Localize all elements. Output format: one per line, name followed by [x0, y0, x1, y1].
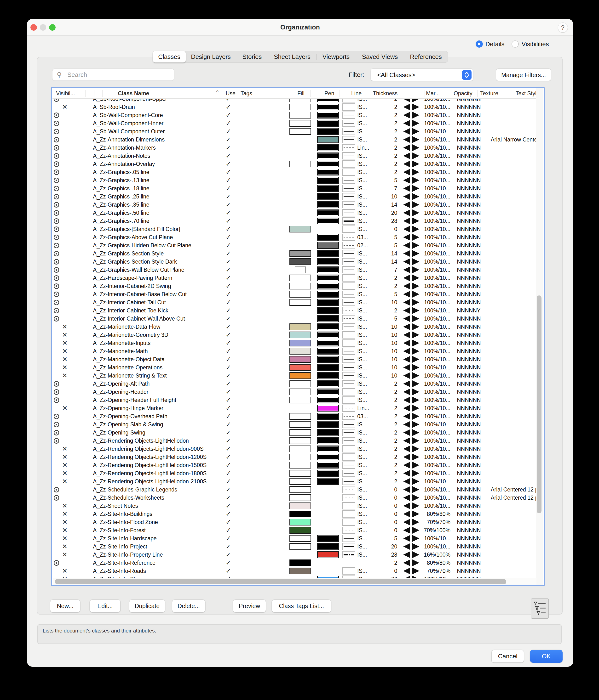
marker-left-arrow-icon[interactable] [403, 201, 410, 208]
class-tags-list-button[interactable]: Class Tags List... [272, 599, 331, 612]
table-row[interactable]: A_Sb-Wall-Component-Inner✓IS...2100%/10.… [53, 119, 536, 127]
marker-left-arrow-icon[interactable] [403, 234, 410, 241]
visibility-eye-icon[interactable] [54, 193, 61, 201]
fill-swatch[interactable] [289, 543, 311, 550]
pen-swatch[interactable] [317, 364, 339, 371]
header-class-name[interactable]: Class Name [118, 88, 149, 99]
header-line[interactable]: Line [343, 88, 370, 99]
visibility-hidden-icon[interactable]: ✕ [62, 331, 69, 339]
fill-swatch[interactable] [289, 275, 311, 281]
line-style-swatch[interactable] [342, 291, 355, 298]
visibility-eye-icon[interactable] [54, 217, 61, 225]
fill-swatch[interactable] [289, 389, 311, 395]
use-checkbox[interactable]: ✓ [223, 290, 233, 298]
use-checkbox[interactable]: ✓ [223, 461, 233, 469]
visibilities-radio-label[interactable]: Visibilities [522, 40, 549, 48]
marker-left-arrow-icon[interactable] [403, 136, 410, 143]
fill-pattern-swatch[interactable] [295, 267, 306, 273]
line-style-swatch[interactable] [342, 323, 355, 330]
table-row[interactable]: A_Zz-Graphics-.05 line✓IS...2100%/10...N… [53, 168, 536, 176]
use-checkbox[interactable]: ✓ [223, 266, 233, 274]
line-style-swatch[interactable] [342, 185, 355, 192]
marker-left-arrow-icon[interactable] [403, 218, 410, 224]
table-row[interactable]: A_Zz-Schedules-Worksheets✓IS...0100%/10.… [53, 494, 536, 502]
marker-left-arrow-icon[interactable] [403, 275, 410, 281]
use-checkbox[interactable]: ✓ [223, 274, 233, 282]
use-checkbox[interactable]: ✓ [223, 477, 233, 485]
line-style-swatch[interactable] [342, 380, 355, 388]
use-checkbox[interactable]: ✓ [223, 217, 233, 225]
line-style-swatch[interactable] [342, 453, 355, 460]
table-row[interactable]: A_Zz-Site-Info-Reference✓280%/80%NNNNNN [53, 559, 536, 567]
use-checkbox[interactable]: ✓ [223, 428, 233, 437]
use-checkbox[interactable]: ✓ [223, 388, 233, 396]
pen-swatch[interactable] [317, 144, 339, 151]
pen-swatch[interactable] [317, 185, 339, 192]
visibility-eye-icon[interactable] [54, 135, 61, 144]
pen-swatch[interactable] [317, 242, 339, 249]
pen-swatch[interactable] [317, 397, 339, 403]
use-checkbox[interactable]: ✓ [223, 168, 233, 176]
header-texture[interactable]: Texture [480, 88, 498, 99]
visibility-hidden-icon[interactable]: ✕ [62, 355, 69, 364]
visibility-hidden-icon[interactable]: ✕ [62, 445, 69, 453]
fill-swatch[interactable] [289, 283, 311, 290]
vertical-scrollbar-thumb[interactable] [537, 295, 542, 513]
table-row[interactable]: A_Zz-Annotation-Overlay✓IS...2100%/10...… [53, 160, 536, 168]
visibility-eye-icon[interactable] [54, 99, 61, 103]
marker-left-arrow-icon[interactable] [403, 405, 410, 411]
use-checkbox[interactable]: ✓ [223, 567, 233, 575]
line-style-swatch[interactable] [342, 266, 355, 273]
class-filter-icon-button[interactable] [531, 599, 549, 619]
table-row[interactable]: A_Zz-Hardscape-Paving Pattern✓IS...2100%… [53, 274, 536, 282]
table-row[interactable]: A_Zz-Graphics-.35 line✓IS...14100%/10...… [53, 201, 536, 209]
visibility-eye-icon[interactable] [54, 266, 61, 274]
marker-left-arrow-icon[interactable] [403, 299, 410, 306]
line-style-swatch[interactable] [342, 445, 355, 452]
fill-swatch[interactable] [289, 99, 311, 102]
use-checkbox[interactable]: ✓ [223, 543, 233, 551]
table-row[interactable]: A_Zz-Graphics-Above Cut Plane✓03...5100%… [53, 233, 536, 241]
marker-left-arrow-icon[interactable] [403, 397, 410, 403]
marker-left-arrow-icon[interactable] [403, 160, 410, 167]
table-row[interactable]: A_Zz-Graphics-.70 line✓IS...28100%/10...… [53, 217, 536, 225]
marker-left-arrow-icon[interactable] [403, 242, 410, 249]
table-row[interactable]: ✕A_Zz-Marionette-Inputs✓IS...10100%/10..… [53, 339, 536, 347]
marker-left-arrow-icon[interactable] [403, 307, 410, 314]
table-row[interactable]: A_Zz-Opening-Overhead Path✓03...2100%/10… [53, 412, 536, 420]
pen-swatch[interactable] [317, 307, 339, 314]
use-checkbox[interactable]: ✓ [223, 323, 233, 331]
pen-swatch[interactable] [317, 99, 339, 102]
pen-swatch[interactable] [317, 478, 339, 485]
use-checkbox[interactable]: ✓ [223, 257, 233, 266]
table-row[interactable]: A_Zz-Graphics-.25 line✓IS...10100%/10...… [53, 193, 536, 201]
marker-left-arrow-icon[interactable] [403, 494, 410, 501]
marker-left-arrow-icon[interactable] [403, 519, 410, 525]
visibility-eye-icon[interactable] [54, 437, 61, 445]
pen-swatch[interactable] [317, 250, 339, 257]
line-style-swatch[interactable] [342, 461, 355, 469]
line-style-swatch[interactable] [342, 160, 355, 168]
line-style-swatch[interactable] [342, 470, 355, 477]
marker-left-arrow-icon[interactable] [403, 323, 410, 330]
visibility-hidden-icon[interactable]: ✕ [62, 518, 69, 526]
visibility-hidden-icon[interactable]: ✕ [62, 461, 69, 469]
header-marker[interactable]: Mar... [426, 88, 440, 99]
visibility-eye-icon[interactable] [54, 485, 61, 494]
pen-swatch[interactable] [317, 551, 339, 558]
visibility-hidden-icon[interactable]: ✕ [62, 477, 69, 485]
table-row[interactable]: ✕A_Zz-Site-Info-Forest✓IS...070%/100%NNN… [53, 526, 536, 534]
fill-swatch[interactable] [289, 226, 311, 232]
pen-swatch[interactable] [317, 152, 339, 159]
fill-swatch[interactable] [289, 160, 311, 167]
fill-swatch[interactable] [289, 299, 311, 306]
marker-left-arrow-icon[interactable] [403, 177, 410, 184]
fill-swatch[interactable] [289, 462, 311, 469]
fill-swatch[interactable] [289, 438, 311, 444]
fill-swatch[interactable] [289, 535, 311, 542]
visibility-eye-icon[interactable] [54, 380, 61, 388]
visibility-hidden-icon[interactable]: ✕ [62, 372, 69, 380]
marker-left-arrow-icon[interactable] [403, 120, 410, 127]
line-style-swatch[interactable] [342, 405, 355, 412]
visibility-hidden-icon[interactable]: ✕ [62, 469, 69, 477]
